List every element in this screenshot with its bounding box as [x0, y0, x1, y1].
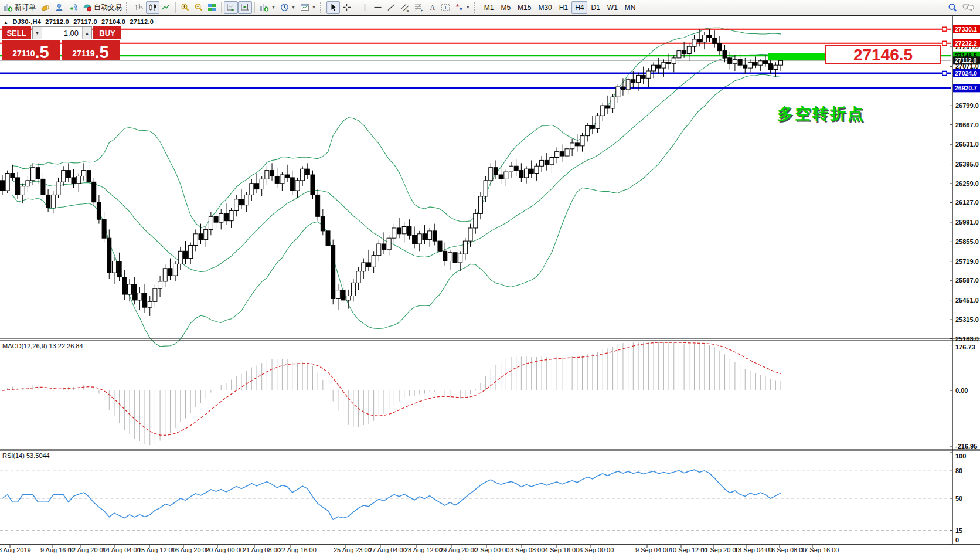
- candle: [117, 253, 121, 281]
- toolbar-chart-shift-button[interactable]: [238, 1, 252, 14]
- line-endpoint-marker[interactable]: [942, 27, 947, 31]
- toolbar-signals-button[interactable]: [66, 1, 80, 14]
- chevron-down-icon[interactable]: ▼: [271, 5, 275, 9]
- toolbar-tf-h4-button[interactable]: H4: [571, 1, 587, 14]
- toolbar-autotrading-button[interactable]: 自动交易: [80, 1, 124, 14]
- toolbar-candlestick-chart-button[interactable]: [146, 1, 159, 14]
- toolbar-trendline-button[interactable]: [384, 1, 398, 14]
- time-tick-label: 28 Aug 12:00: [404, 546, 443, 553]
- candle: [56, 178, 60, 198]
- toolbar-new-order-button[interactable]: 新订单: [1, 1, 38, 14]
- time-tick-label: 12 Aug 20:00: [69, 546, 107, 553]
- sell-price-pips: .5: [35, 45, 49, 60]
- macd-values: 13.22 26.84: [49, 342, 83, 349]
- candle: [331, 240, 335, 305]
- toolbar-equidistant-channel-button[interactable]: E: [398, 1, 412, 14]
- chat-icon[interactable]: [962, 3, 974, 12]
- candle: [692, 35, 696, 52]
- toolbar-tile-windows-button[interactable]: [205, 1, 219, 14]
- candle: [605, 96, 610, 114]
- sell-button[interactable]: SELL: [2, 26, 31, 39]
- chevron-down-icon[interactable]: ▼: [466, 5, 470, 9]
- volume-decrease-button[interactable]: ▼: [33, 27, 42, 39]
- candle: [580, 133, 584, 152]
- time-tick-label: 17 Sep 16:00: [801, 546, 839, 553]
- chevron-down-icon[interactable]: ▼: [312, 5, 316, 9]
- toolbar-tf-m30-button[interactable]: M30: [535, 1, 555, 14]
- toolbar-arrows-button[interactable]: ▼: [452, 1, 472, 14]
- collapse-icon[interactable]: ▲: [4, 20, 8, 25]
- macd-indicator-label: MACD(12,26,9) 13.22 26.84: [2, 342, 83, 349]
- toolbar-tf-m1-button[interactable]: M1: [481, 1, 498, 14]
- toolbar-tf-w1-button[interactable]: W1: [604, 1, 621, 14]
- toolbar-templates-button[interactable]: ▼: [298, 1, 318, 14]
- toolbar-line-chart-button[interactable]: [159, 1, 173, 14]
- candle: [280, 172, 284, 191]
- candle: [641, 67, 645, 84]
- candle: [46, 189, 50, 212]
- toolbar-zoom-in-button[interactable]: [178, 1, 192, 14]
- autoscroll-icon: [226, 3, 236, 12]
- toolbar-tf-h1-button[interactable]: H1: [556, 1, 571, 14]
- candle: [717, 36, 722, 55]
- candle: [260, 176, 264, 196]
- sell-price-display[interactable]: 27110 .5: [2, 40, 60, 60]
- toolbar-tf-mn-label: MN: [625, 4, 636, 12]
- price-chart[interactable]: 27207.027071.026799.026667.026531.026395…: [0, 0, 980, 557]
- rsi-axis-label: 80: [955, 467, 962, 474]
- toolbar-tf-mn-button[interactable]: MN: [621, 1, 639, 14]
- toolbar-tf-d1-button[interactable]: D1: [587, 1, 603, 14]
- candle: [244, 192, 249, 212]
- signal-icon: [69, 3, 78, 12]
- toolbar-periods-button[interactable]: ▼: [278, 1, 298, 14]
- candle: [41, 174, 45, 199]
- candle: [463, 238, 467, 260]
- supply-zone-box[interactable]: [768, 53, 835, 60]
- candle: [36, 163, 40, 183]
- time-tick-label: 25 Aug 23:00: [334, 546, 372, 553]
- toolbar-auto-scroll-button[interactable]: [224, 1, 238, 14]
- line-endpoint-marker[interactable]: [942, 41, 947, 45]
- turning-point-annotation[interactable]: 多空转折点: [777, 103, 865, 124]
- chevron-down-icon[interactable]: ▼: [291, 5, 295, 9]
- candle: [77, 174, 81, 192]
- toolbar-grip[interactable]: [126, 2, 130, 13]
- current-price-line-badge-label: 27112.0: [955, 57, 977, 64]
- toolbar-mql5-community-button[interactable]: [52, 1, 66, 14]
- candle: [458, 251, 462, 271]
- toolbar-bar-chart-button[interactable]: [132, 1, 146, 14]
- toolbar-crosshair-button[interactable]: [340, 1, 353, 14]
- candle: [575, 134, 579, 151]
- toolbar-cursor-button[interactable]: [326, 1, 340, 14]
- user-icon: [55, 3, 64, 12]
- resistance-line-badge-label: 27232.2: [955, 40, 977, 47]
- volume-increase-button[interactable]: ▲: [82, 27, 91, 39]
- toolbar-tf-m5-button[interactable]: M5: [497, 1, 514, 14]
- volume-input[interactable]: 1.00: [42, 27, 82, 39]
- toolbar-grip[interactable]: [474, 2, 478, 13]
- buy-price-display[interactable]: 27119 .5: [62, 40, 120, 60]
- toolbar-tf-m15-button[interactable]: M15: [514, 1, 535, 14]
- price-callout-label[interactable]: 27146.5: [825, 45, 941, 64]
- search-icon[interactable]: [948, 3, 958, 12]
- buy-button[interactable]: BUY: [93, 26, 121, 39]
- line-endpoint-marker[interactable]: [942, 71, 947, 75]
- toolbar-indicators-button[interactable]: ▼: [257, 1, 278, 14]
- rsi-axis-label: 15: [955, 527, 962, 534]
- candle: [586, 123, 590, 142]
- time-tick-label: 8 Aug 2019: [0, 546, 31, 553]
- toolbar-grip[interactable]: [320, 2, 324, 13]
- toolbar-horizontal-line-button[interactable]: [371, 1, 384, 14]
- price-tick-label: 26799.0: [955, 102, 979, 109]
- toolbar-fibonacci-button[interactable]: F: [412, 1, 426, 14]
- toolbar-text-label-button[interactable]: T: [438, 1, 452, 14]
- candle: [97, 195, 101, 223]
- time-tick-label: 13 Sep 04:00: [734, 546, 773, 553]
- candle: [402, 222, 406, 242]
- toolbar-separator: [175, 2, 176, 13]
- toolbar-vertical-line-button[interactable]: [359, 1, 371, 14]
- candle: [489, 163, 493, 186]
- toolbar-text-button[interactable]: A: [426, 1, 438, 14]
- toolbar-mql5-market-button[interactable]: [38, 1, 52, 14]
- toolbar-zoom-out-button[interactable]: [192, 1, 205, 14]
